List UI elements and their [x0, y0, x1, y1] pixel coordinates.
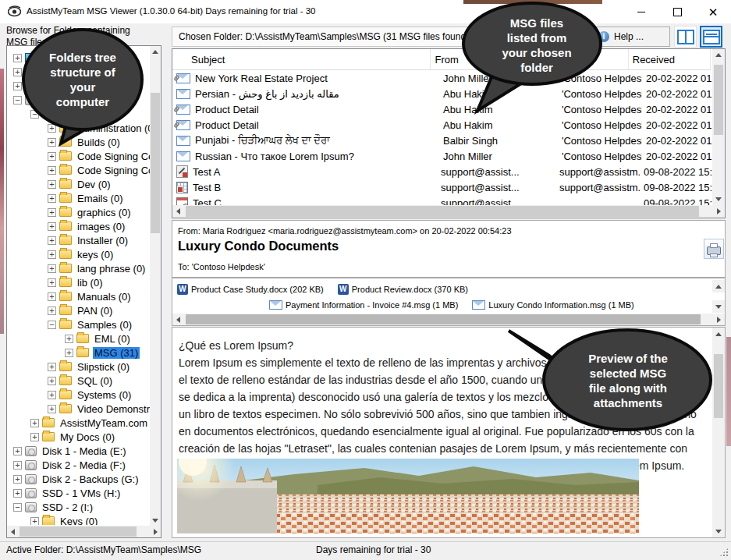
tree-item-label: lib (0) — [76, 277, 105, 289]
expand-icon[interactable]: + — [65, 349, 73, 357]
tree-scroll-right-button[interactable] — [150, 526, 161, 537]
list-vertical-scroll-thumb[interactable] — [714, 65, 723, 135]
close-button[interactable]: ✕ — [695, 0, 731, 23]
tree-item-lang-phrase-0[interactable]: +lang phrase (0) — [7, 261, 150, 275]
expand-icon[interactable]: + — [48, 405, 56, 413]
tree-scroll-left-button[interactable] — [7, 526, 18, 537]
expand-icon[interactable]: + — [48, 363, 56, 371]
expand-icon[interactable]: + — [48, 307, 56, 315]
attachment-label: Product Case Study.docx (202 KB) — [191, 285, 324, 294]
tree-item-keys-0[interactable]: +keys (0) — [7, 247, 150, 261]
message-row-test-b[interactable]: Test Bsupport@assist...support@assistm..… — [172, 179, 712, 195]
tree-item-code-signing-co[interactable]: +Code Signing Co — [7, 163, 150, 177]
expand-icon[interactable]: + — [48, 377, 56, 385]
expand-icon[interactable]: + — [48, 166, 56, 175]
tree-item-sql-0[interactable]: +SQL (0) — [7, 374, 150, 388]
mail-icon — [269, 300, 282, 310]
horizontal-split-toggle-button[interactable] — [700, 26, 722, 48]
tree-item-manuals-0[interactable]: +Manuals (0) — [7, 289, 150, 303]
expand-icon[interactable]: + — [65, 335, 73, 343]
tree-item-eml-0[interactable]: +EML (0) — [7, 331, 150, 346]
tree-item-label: Code Signing Co — [76, 165, 150, 176]
maximize-button[interactable] — [659, 0, 695, 23]
attachments-scroll-left-button[interactable] — [172, 314, 184, 325]
vertical-split-toggle-button[interactable] — [674, 26, 697, 48]
list-scroll-left-button[interactable] — [172, 205, 184, 218]
expand-icon[interactable]: + — [13, 475, 22, 484]
list-scroll-down-button[interactable] — [712, 193, 725, 205]
expand-icon[interactable]: + — [13, 489, 22, 498]
tree-item-msg-31[interactable]: +MSG (31) — [7, 346, 150, 360]
collapse-icon[interactable]: − — [48, 321, 56, 329]
attachments-scroll-up-button[interactable] — [712, 280, 725, 292]
print-button[interactable] — [704, 239, 724, 259]
collapse-icon[interactable]: − — [13, 503, 22, 512]
expand-icon[interactable]: + — [48, 264, 56, 273]
expand-icon[interactable]: + — [48, 208, 56, 217]
expand-icon[interactable]: + — [13, 461, 22, 470]
column-header-subject[interactable]: Subject — [172, 49, 431, 69]
from-cell: John Miller — [439, 151, 558, 162]
expand-icon[interactable]: + — [48, 391, 56, 399]
expand-icon[interactable]: + — [30, 433, 39, 441]
message-row-punjabi[interactable]: Punjabi - ਚਿੜੀਆਘਰ ਲੇਖ ਦਾ ਦੌਰਾBalbir Sing… — [172, 133, 712, 148]
attachment-payment-information-invoice-4-msg-1-mb[interactable]: Payment Information - Invoice #4.msg (1 … — [269, 297, 458, 313]
tree-item-video-demonstra[interactable]: +Video Demonstra — [7, 402, 150, 416]
message-row-persian[interactable]: Persian - مقاله بازدید از باغ وحشAbu Hak… — [172, 86, 712, 101]
list-horizontal-scroll-thumb[interactable] — [186, 206, 699, 217]
tree-item-dev-0[interactable]: +Dev (0) — [7, 177, 150, 191]
tree-item-assistmyteam-com[interactable]: +AssistMyTeam.com — [7, 416, 150, 430]
message-row-product-detail[interactable]: Product DetailAbu Hakim'Contoso Helpdesk… — [172, 117, 712, 133]
task-icon — [176, 165, 188, 178]
list-scroll-right-button[interactable] — [713, 205, 725, 218]
expand-icon[interactable]: + — [48, 278, 56, 287]
expand-icon[interactable]: + — [48, 152, 56, 161]
expand-icon[interactable]: + — [48, 236, 56, 245]
attachment-luxury-condo-information-msg-1-mb[interactable]: Luxury Condo Information.msg (1 MB) — [472, 297, 633, 313]
tree-item-pan-0[interactable]: +PAN (0) — [7, 303, 150, 317]
expand-icon[interactable]: + — [48, 180, 56, 189]
tree-horizontal-scrollbar[interactable] — [7, 526, 161, 537]
message-row-russian-lorem-ipsum[interactable]: Russian - Что такое Lorem Ipsum?John Mil… — [172, 148, 712, 164]
tree-item-installer-0[interactable]: +Installer (0) — [7, 233, 150, 247]
expand-icon[interactable]: + — [48, 292, 56, 301]
minimize-button[interactable] — [623, 0, 659, 23]
expand-icon[interactable]: + — [48, 194, 56, 203]
tree-item-disk-1-media-e[interactable]: +Disk 1 - Media (E:) — [7, 444, 150, 458]
list-vertical-scrollbar[interactable] — [712, 49, 725, 205]
tree-item-disk-2-media-f[interactable]: +Disk 2 - Media (F:) — [7, 458, 150, 472]
attachment-product-review-docx-370-kb[interactable]: Product Review.docx (370 KB) — [338, 282, 468, 297]
preview-scroll-down-button[interactable] — [712, 525, 725, 537]
tree-item-ssd-1-vms-h[interactable]: +SSD - 1 VMs (H:) — [7, 486, 150, 500]
desktop-edge-artifact-left — [0, 69, 4, 334]
tree-item-systems-0[interactable]: +Systems (0) — [7, 388, 150, 402]
message-row-test-c[interactable]: Test Csupport@assist...09-08-2022 15:31:… — [172, 195, 712, 206]
list-horizontal-scrollbar[interactable] — [172, 205, 725, 218]
tree-item-slipstick-0[interactable]: +Slipstick (0) — [7, 360, 150, 374]
message-row-new-york-real-estate-project[interactable]: New York Real Estate ProjectJohn Miller'… — [172, 70, 712, 86]
expand-icon[interactable]: + — [30, 517, 39, 526]
tree-item-code-signing-ce[interactable]: +Code Signing Ce — [7, 149, 150, 163]
tree-item-my-docs-0[interactable]: +My Docs (0) — [7, 430, 150, 444]
attachment-product-case-study-docx-202-kb[interactable]: Product Case Study.docx (202 KB) — [177, 282, 324, 297]
folder-icon — [59, 404, 72, 413]
tree-item-lib-0[interactable]: +lib (0) — [7, 275, 150, 289]
tree-item-emails-0[interactable]: +Emails (0) — [7, 191, 150, 205]
tree-item-ssd-2-i[interactable]: −SSD - 2 (I:) — [7, 500, 150, 514]
attachments-scroll-down-button[interactable] — [712, 300, 725, 313]
list-scroll-up-button[interactable] — [712, 49, 725, 61]
tree-horizontal-scroll-thumb[interactable] — [20, 526, 137, 537]
tree-scroll-down-button[interactable] — [150, 515, 161, 526]
message-row-test-a[interactable]: Test Asupport@assist...support@assistm..… — [172, 164, 712, 179]
expand-icon[interactable]: + — [48, 250, 56, 259]
expand-icon[interactable]: + — [30, 419, 39, 427]
expand-icon[interactable]: + — [13, 447, 22, 455]
message-row-product-detail[interactable]: Product DetailAbu Hakim'Contoso Helpdesk… — [172, 101, 712, 117]
column-header-received[interactable]: Received — [629, 49, 711, 69]
tree-item-graphics-0[interactable]: +graphics (0) — [7, 205, 150, 219]
tree-item-images-0[interactable]: +images (0) — [7, 219, 150, 233]
expand-icon[interactable]: + — [48, 222, 56, 231]
tree-item-samples-0[interactable]: −Samples (0) — [7, 317, 150, 331]
tree-item-keys-0[interactable]: +Keys (0) — [7, 514, 150, 525]
tree-item-disk-2-backups-g[interactable]: +Disk 2 - Backups (G:) — [7, 472, 150, 486]
